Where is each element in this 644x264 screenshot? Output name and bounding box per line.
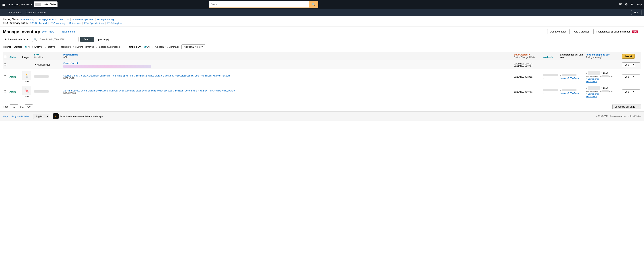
help-footer-link[interactable]: Help <box>3 115 8 118</box>
product2-sku-blurred <box>34 90 49 92</box>
fulfilled-amazon-radio[interactable]: Amazon <box>152 46 164 48</box>
product1-edit-arrow[interactable]: ▾ <box>632 75 636 79</box>
language-selector[interactable]: EN <box>631 3 634 6</box>
action-dropdown[interactable]: Action on 0 selected ▾ <box>3 37 30 42</box>
shipments-link[interactable]: Shipments <box>67 22 82 24</box>
variation-label-text: Variations (2) <box>37 64 50 66</box>
preferences-button[interactable]: Preferences: 11 columns hidden NEW <box>594 29 641 34</box>
product2-fee-blurred <box>562 89 576 91</box>
product1-available-blurred <box>543 74 558 76</box>
variation-checkbox[interactable] <box>4 63 6 66</box>
product2-lowest-price: Lowest price <box>588 93 599 95</box>
page-input[interactable]: 1 <box>10 104 18 109</box>
status-active-radio[interactable]: Active <box>32 46 42 48</box>
product1-checkbox[interactable] <box>4 76 6 78</box>
product2-edit-main[interactable]: Edit <box>622 90 632 94</box>
inventory-search-box: 🔍 <box>32 37 78 42</box>
product2-view-more[interactable]: View more ∨ <box>586 95 597 98</box>
store-selector[interactable]: | United States <box>34 2 58 7</box>
fba-inventory-link[interactable]: FBA Inventory <box>49 22 68 24</box>
status-inactive-radio[interactable]: Inactive <box>44 46 55 48</box>
fba-analytics-link[interactable]: FBA Analytics <box>106 22 124 24</box>
per-page-dropdown[interactable]: 25 results per page 50 results per page … <box>612 104 641 109</box>
parent-sku-link[interactable]: CandleParent <box>63 62 78 64</box>
date-column-header[interactable]: Date Created ▼ Status Changed Date <box>513 52 542 60</box>
product2-checkbox[interactable] <box>4 90 6 93</box>
language-select[interactable]: English Deutsch Español Français Italian… <box>33 114 49 119</box>
status-suppressed-radio[interactable]: Search Suppressed <box>96 46 120 48</box>
variation-toggle[interactable]: ▼ <box>34 64 36 66</box>
select-all-checkbox[interactable] <box>4 56 6 58</box>
mail-icon[interactable]: ✉ <box>619 2 622 6</box>
campaign-manager-link[interactable]: Campaign Manager <box>26 11 46 14</box>
help-link[interactable]: Help <box>637 3 642 6</box>
variation-date-changed: 03/01/2023 16:07:17 <box>514 65 541 67</box>
fba-dashboard-link[interactable]: FBA Dashboard <box>30 22 49 24</box>
product1-dollar: $ <box>560 74 561 77</box>
additional-filters-button[interactable]: Additional filters ▾ <box>182 44 205 49</box>
product1-condition: New <box>22 80 32 82</box>
search-button[interactable]: Search <box>80 37 94 42</box>
product-column-header[interactable]: Product Name ASIN <box>62 52 513 60</box>
product2-date: 10/12/2022 00:07:51 <box>514 91 541 93</box>
product1-status: Active <box>10 76 16 78</box>
potential-duplicates-link[interactable]: Potential Duplicates <box>71 18 96 21</box>
product2-available-dropdown[interactable]: ▾ <box>543 92 544 94</box>
separator: | <box>57 30 57 33</box>
status-all-radio[interactable]: All <box>25 46 30 48</box>
product1-edit-main[interactable]: Edit <box>622 75 632 79</box>
image-column-header: Image <box>21 52 33 60</box>
inventory-search-input[interactable] <box>38 37 78 42</box>
go-button[interactable]: Go <box>25 104 33 109</box>
fee-column-header: Estimated fee per unit sold <box>559 52 584 60</box>
manage-pricing-link[interactable]: Manage Pricing <box>96 18 116 21</box>
fulfilled-all-radio[interactable]: All <box>144 46 150 48</box>
program-policies-link[interactable]: Program Policies <box>12 115 30 118</box>
available-column-header[interactable]: Available <box>542 52 559 60</box>
product1-edit-button[interactable]: Edit ▾ <box>622 74 640 79</box>
listing-quality-link[interactable]: Listing Quality Dashboard (2) <box>36 18 70 21</box>
top-search-button[interactable]: 🔍 <box>309 1 318 8</box>
product1-check-icon: ✓ <box>586 78 588 80</box>
sku-column-header[interactable]: SKU Condition <box>33 52 62 60</box>
product1-fee-link[interactable]: Includes $ FBA Fee ▾ <box>560 77 579 79</box>
product2-fee-link[interactable]: Includes $ FBA Fee ▾ <box>560 92 579 94</box>
add-products-link[interactable]: Add Products <box>8 11 22 14</box>
fba-tools-label: FBA Inventory Tools: <box>3 22 28 24</box>
app-icon: a <box>53 114 58 119</box>
edit-button[interactable]: Edit <box>631 10 642 15</box>
product2-link[interactable]: 2Bills Fruit Loops Cereal Candle, Bowl C… <box>63 90 235 92</box>
learn-more-link[interactable]: Learn more <box>42 30 54 33</box>
product1-asin: B0BP67V7Z2 <box>63 77 512 79</box>
logo-smile-icon: ▂ <box>18 4 20 5</box>
add-product-button[interactable]: Add a product <box>571 29 592 34</box>
variation-edit-button[interactable]: Edit ▾ <box>622 62 640 67</box>
status-incomplete-radio[interactable]: Incomplete <box>57 46 72 48</box>
product2-edit-button[interactable]: Edit ▾ <box>622 90 640 94</box>
hamburger-menu[interactable]: ☰ <box>2 2 6 6</box>
product2-asin: B09Y2KCLS3 <box>63 92 512 94</box>
add-variation-button[interactable]: Add a Variation <box>547 29 570 34</box>
product2-edit-arrow[interactable]: ▾ <box>632 90 636 94</box>
take-tour-link[interactable]: Take the tour <box>60 30 76 33</box>
save-all-button[interactable]: Save all <box>622 54 635 58</box>
product1-view-more[interactable]: View more ∨ <box>586 80 597 82</box>
status-column-header[interactable]: Status <box>8 52 21 60</box>
pricing-status-info-icon[interactable]: i <box>599 56 602 58</box>
listing-tools: Listing Tools: All Inventory Listing Qua… <box>0 16 644 26</box>
variation-edit-arrow[interactable]: ▾ <box>632 62 636 67</box>
language-dropdown[interactable]: English Deutsch Español Français Italian… <box>33 114 49 119</box>
settings-icon[interactable]: ⚙ <box>625 2 628 6</box>
fulfilled-by-label: Fulfilled By: <box>128 46 141 48</box>
product2-featured-offer: Featured Offer: $ + $0.00 <box>586 90 620 92</box>
status-removed-radio[interactable]: Listing Removed <box>74 46 94 48</box>
variation-edit-main[interactable]: Edit <box>622 62 632 67</box>
variation-available: - <box>542 60 559 70</box>
fba-opportunities-link[interactable]: FBA Opportunities <box>82 22 106 24</box>
fulfilled-merchant-radio[interactable]: Merchant <box>166 46 178 48</box>
all-inventory-link[interactable]: All Inventory <box>21 18 36 21</box>
top-search-input[interactable] <box>209 1 309 8</box>
product1-link[interactable]: Scented Cereal Candle, Cereal Bowl Candl… <box>63 74 230 77</box>
per-page-select[interactable]: 25 results per page 50 results per page … <box>612 104 641 109</box>
product1-available-dropdown[interactable]: ▾ <box>543 77 544 80</box>
